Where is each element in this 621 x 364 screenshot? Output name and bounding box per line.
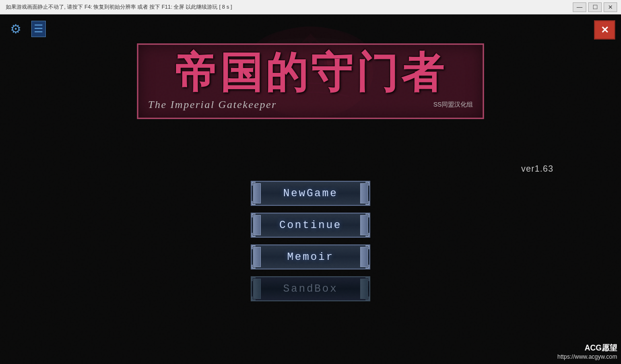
menu-buttons: NewGame Continue Memoir SandBox xyxy=(251,181,370,301)
new-game-button[interactable]: NewGame xyxy=(251,181,370,206)
titlebar-close-button[interactable]: ✕ xyxy=(604,2,617,12)
continue-label: Continue xyxy=(279,219,342,231)
settings-icon-button[interactable]: ⚙ xyxy=(6,20,25,38)
gear-icon: ⚙ xyxy=(10,22,21,37)
title-bar-message: 如果游戏画面静止不动了, 请按下 F4: 恢复到初始分辨率 或者 按下 F11:… xyxy=(4,3,573,11)
game-area: ⚙ ☰ ✕ 帝国的守门者 The Imperial Gatekeeper SS同… xyxy=(0,14,621,364)
new-game-label: NewGame xyxy=(283,188,338,200)
sandbox-button[interactable]: SandBox xyxy=(251,276,370,301)
watermark: ACG愿望 https://www.acgyw.com xyxy=(557,343,617,360)
watermark-site: ACG愿望 xyxy=(557,343,617,353)
notes-icon: ☰ xyxy=(31,21,46,37)
title-chinese: 帝国的守门者 xyxy=(148,50,473,96)
notes-icon-button[interactable]: ☰ xyxy=(29,20,48,38)
maximize-button[interactable]: ☐ xyxy=(588,2,602,12)
title-english-row: The Imperial Gatekeeper SS同盟汉化组 xyxy=(148,98,473,111)
title-group: SS同盟汉化组 xyxy=(433,100,473,109)
watermark-url: https://www.acgyw.com xyxy=(557,353,617,360)
close-icon: ✕ xyxy=(601,24,609,36)
version-text: ver1.63 xyxy=(521,164,554,174)
title-bar: 如果游戏画面静止不动了, 请按下 F4: 恢复到初始分辨率 或者 按下 F11:… xyxy=(0,0,621,14)
continue-button[interactable]: Continue xyxy=(251,213,370,238)
memoir-label: Memoir xyxy=(287,251,334,263)
game-close-button[interactable]: ✕ xyxy=(594,20,615,40)
minimize-button[interactable]: — xyxy=(573,2,586,12)
top-left-icons: ⚙ ☰ xyxy=(6,20,48,38)
title-logo: 帝国的守门者 The Imperial Gatekeeper SS同盟汉化组 xyxy=(137,43,484,119)
title-bar-controls: — ☐ ✕ xyxy=(573,2,617,12)
memoir-button[interactable]: Memoir xyxy=(251,244,370,270)
sandbox-label: SandBox xyxy=(283,283,338,295)
title-english: The Imperial Gatekeeper xyxy=(148,98,277,111)
title-box: 帝国的守门者 The Imperial Gatekeeper SS同盟汉化组 xyxy=(137,43,484,119)
